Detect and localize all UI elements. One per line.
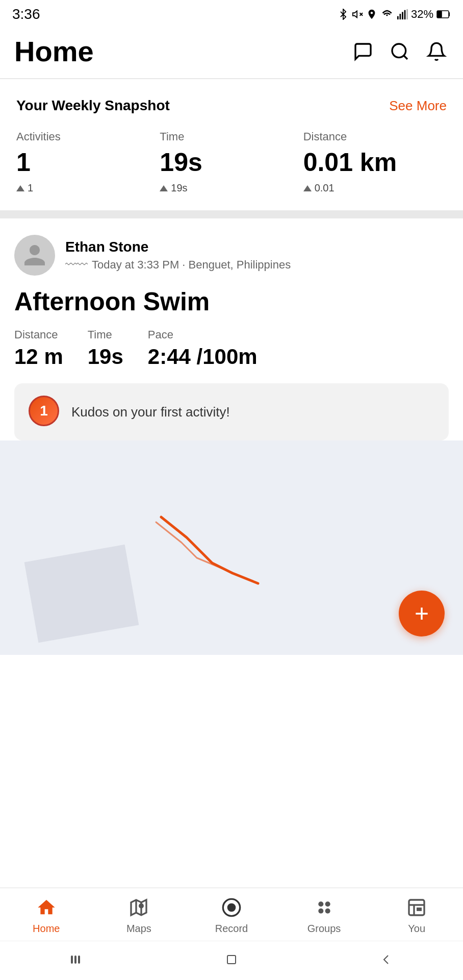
activity-stat-distance: Distance 12 m (14, 328, 63, 369)
home-nav-label: Home (33, 923, 60, 935)
sys-nav-menu[interactable] (67, 949, 87, 970)
snapshot-stats: Activities 1 1 Time 19s 19s Distance 0.0… (16, 130, 447, 194)
stat-activities-delta: 1 (16, 182, 160, 194)
nav-item-record[interactable]: Record (201, 896, 262, 935)
activity-stats: Distance 12 m Time 19s Pace 2:44 /100m (14, 328, 449, 369)
nav-item-maps[interactable]: Maps (108, 896, 169, 935)
system-navigation (0, 941, 463, 980)
snapshot-header: Your Weekly Snapshot See More (16, 97, 447, 114)
bell-icon (426, 41, 447, 62)
svg-marker-0 (353, 11, 357, 18)
activity-title: Afternoon Swim (14, 288, 449, 316)
activity-user-info: Ethan Stone 〰〰 Today at 3:33 PM · Bengue… (14, 235, 449, 276)
kudos-badge-number: 1 (29, 396, 59, 426)
stat-activities-value: 1 (16, 148, 160, 177)
svg-point-17 (227, 903, 236, 912)
app-header: Home (0, 27, 463, 78)
sys-nav-back[interactable] (376, 949, 396, 970)
activity-time-label: Time (88, 328, 123, 341)
status-icons: 32% (338, 8, 451, 21)
svg-point-19 (325, 901, 330, 906)
signal-icon (397, 9, 408, 20)
sys-home-icon (223, 951, 240, 968)
activity-stat-time: Time 19s (88, 328, 123, 369)
message-icon (353, 41, 373, 62)
svg-rect-29 (78, 955, 80, 964)
nav-item-groups[interactable]: Groups (294, 896, 355, 935)
page-title: Home (14, 35, 94, 68)
search-button[interactable] (388, 39, 412, 64)
nav-items: Home Maps Record (0, 888, 463, 941)
svg-point-21 (325, 909, 330, 914)
svg-rect-7 (406, 9, 408, 19)
section-divider (0, 210, 463, 218)
activity-meta: 〰〰 Today at 3:33 PM · Benguet, Philippin… (65, 258, 449, 272)
user-name: Ethan Stone (65, 239, 449, 255)
stat-time: Time 19s 19s (160, 130, 303, 194)
activity-stat-pace: Pace 2:44 /100m (148, 328, 258, 369)
stat-activities-label: Activities (16, 130, 160, 143)
home-nav-icon (35, 896, 58, 919)
add-activity-button[interactable]: + (399, 591, 445, 636)
map-terrain-shape (24, 545, 139, 643)
svg-point-15 (140, 904, 143, 908)
see-more-link[interactable]: See More (389, 98, 447, 114)
delta-arrow-activities (16, 185, 24, 191)
swim-icon: 〰〰 (65, 258, 88, 272)
svg-point-10 (392, 44, 406, 58)
battery-icon (436, 10, 451, 19)
svg-rect-28 (74, 955, 76, 964)
activity-feed: Ethan Stone 〰〰 Today at 3:33 PM · Bengue… (0, 218, 463, 440)
maps-nav-label: Maps (126, 923, 151, 935)
delta-arrow-time (160, 185, 168, 191)
svg-line-11 (404, 55, 407, 59)
delta-arrow-distance (303, 185, 312, 191)
home-icon (36, 897, 57, 918)
wifi-icon (380, 9, 394, 20)
nav-spacer (0, 655, 463, 747)
activity-pace-label: Pace (148, 328, 258, 341)
groups-nav-icon (313, 896, 336, 919)
stat-distance: Distance 0.01 km 0.01 (303, 130, 447, 194)
menu-icon (69, 952, 85, 967)
message-button[interactable] (351, 39, 375, 64)
svg-marker-12 (131, 900, 146, 915)
groups-nav-label: Groups (307, 923, 341, 935)
you-nav-icon (405, 896, 428, 919)
sys-nav-home[interactable] (221, 949, 242, 970)
bottom-navigation: Home Maps Record (0, 888, 463, 980)
you-icon (406, 897, 427, 918)
stat-activities: Activities 1 1 (16, 130, 160, 194)
record-nav-icon (220, 896, 243, 919)
svg-rect-5 (402, 12, 403, 19)
status-time: 3:36 (12, 6, 40, 22)
svg-rect-3 (397, 16, 399, 19)
nav-item-you[interactable]: You (386, 896, 447, 935)
kudos-banner: 1 Kudos on your first activity! (14, 383, 449, 440)
svg-rect-27 (71, 955, 73, 964)
sys-back-icon (378, 951, 394, 968)
search-icon (390, 41, 410, 62)
svg-point-20 (318, 909, 323, 914)
avatar-icon (22, 242, 47, 268)
nav-item-home[interactable]: Home (16, 896, 77, 935)
bluetooth-icon (338, 9, 349, 20)
activity-route (146, 497, 289, 599)
svg-rect-6 (404, 10, 406, 19)
stat-distance-value: 0.01 km (303, 148, 447, 177)
stat-time-value: 19s (160, 148, 303, 177)
activity-distance-label: Distance (14, 328, 63, 341)
activity-time-value: 19s (88, 345, 123, 369)
battery-text: 32% (411, 8, 433, 21)
svg-rect-9 (438, 11, 442, 17)
location-icon (366, 9, 377, 20)
stat-distance-label: Distance (303, 130, 447, 143)
notification-button[interactable] (424, 39, 449, 64)
user-avatar (14, 235, 55, 276)
activity-pace-value: 2:44 /100m (148, 345, 258, 369)
you-nav-label: You (408, 923, 425, 935)
record-nav-label: Record (215, 923, 248, 935)
mute-icon (352, 9, 363, 20)
svg-rect-30 (227, 955, 236, 964)
stat-time-delta-value: 19s (171, 182, 187, 194)
